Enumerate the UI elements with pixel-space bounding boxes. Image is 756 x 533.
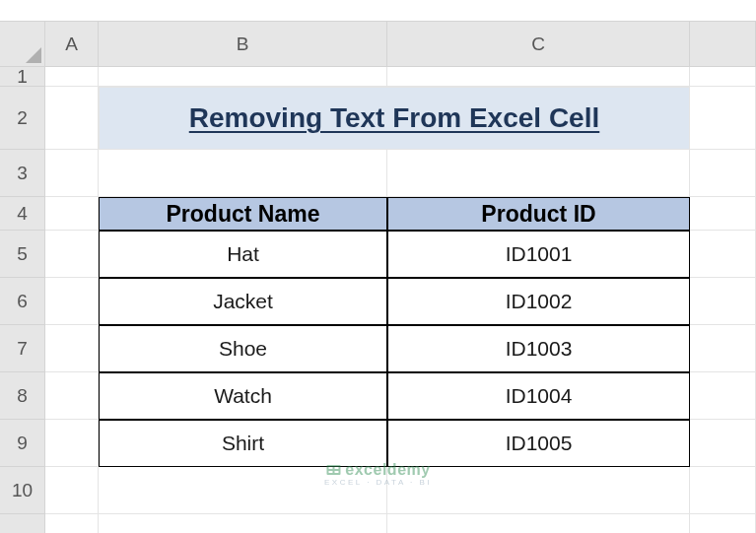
cell-C1[interactable] bbox=[387, 67, 690, 87]
table-row-name[interactable]: Hat bbox=[99, 231, 387, 278]
table-row-name[interactable]: Shirt bbox=[99, 420, 387, 467]
cell-B3[interactable] bbox=[99, 150, 387, 197]
column-header-B[interactable]: B bbox=[99, 22, 387, 67]
row-header-6[interactable]: 6 bbox=[0, 278, 45, 325]
cell-A6[interactable] bbox=[45, 278, 99, 325]
cell-B10[interactable] bbox=[99, 467, 387, 514]
cell-D10[interactable] bbox=[690, 467, 756, 514]
table-row-id[interactable]: ID1004 bbox=[387, 372, 690, 420]
svg-marker-0 bbox=[26, 47, 41, 63]
select-all-button[interactable] bbox=[0, 22, 45, 67]
table-row-name[interactable]: Watch bbox=[99, 372, 387, 420]
cell-D11[interactable] bbox=[690, 514, 756, 533]
table-row-name[interactable]: Shoe bbox=[99, 325, 387, 372]
cell-A1[interactable] bbox=[45, 67, 99, 87]
cell-D3[interactable] bbox=[690, 150, 756, 197]
cell-D1[interactable] bbox=[690, 67, 756, 87]
cell-C10[interactable] bbox=[387, 467, 690, 514]
formula-bar-sliver bbox=[0, 0, 756, 22]
table-row-name[interactable]: Jacket bbox=[99, 278, 387, 325]
column-header-A[interactable]: A bbox=[45, 22, 99, 67]
table-row-id[interactable]: ID1005 bbox=[387, 420, 690, 467]
cell-B1[interactable] bbox=[99, 67, 387, 87]
cell-D8[interactable] bbox=[690, 372, 756, 420]
cell-A3[interactable] bbox=[45, 150, 99, 197]
cell-A9[interactable] bbox=[45, 420, 99, 467]
row-header-7[interactable]: 7 bbox=[0, 325, 45, 372]
cell-D5[interactable] bbox=[690, 231, 756, 278]
cell-A10[interactable] bbox=[45, 467, 99, 514]
title-merged-cell[interactable]: Removing Text From Excel Cell bbox=[99, 87, 690, 150]
cell-D2[interactable] bbox=[690, 87, 756, 150]
cell-D4[interactable] bbox=[690, 197, 756, 231]
table-header-id[interactable]: Product ID bbox=[387, 197, 690, 231]
cell-B11[interactable] bbox=[99, 514, 387, 533]
spreadsheet-grid: A B C 1 2 3 4 5 6 7 8 9 10 Removing Text… bbox=[0, 0, 756, 533]
cell-D7[interactable] bbox=[690, 325, 756, 372]
cell-C3[interactable] bbox=[387, 150, 690, 197]
row-header-4[interactable]: 4 bbox=[0, 197, 45, 231]
cell-D9[interactable] bbox=[690, 420, 756, 467]
row-header-5[interactable]: 5 bbox=[0, 231, 45, 278]
title-text: Removing Text From Excel Cell bbox=[189, 102, 600, 134]
cell-D6[interactable] bbox=[690, 278, 756, 325]
cell-A2[interactable] bbox=[45, 87, 99, 150]
cell-A5[interactable] bbox=[45, 231, 99, 278]
table-header-name[interactable]: Product Name bbox=[99, 197, 387, 231]
cell-A11[interactable] bbox=[45, 514, 99, 533]
table-row-id[interactable]: ID1002 bbox=[387, 278, 690, 325]
row-header-3[interactable]: 3 bbox=[0, 150, 45, 197]
row-header-blank[interactable] bbox=[0, 514, 45, 533]
column-header-C[interactable]: C bbox=[387, 22, 690, 67]
table-row-id[interactable]: ID1003 bbox=[387, 325, 690, 372]
cell-A4[interactable] bbox=[45, 197, 99, 231]
cell-C11[interactable] bbox=[387, 514, 690, 533]
table-row-id[interactable]: ID1001 bbox=[387, 231, 690, 278]
column-header-blank[interactable] bbox=[690, 22, 756, 67]
cell-A8[interactable] bbox=[45, 372, 99, 420]
select-all-icon bbox=[26, 47, 41, 63]
cell-A7[interactable] bbox=[45, 325, 99, 372]
row-header-2[interactable]: 2 bbox=[0, 87, 45, 150]
row-header-10[interactable]: 10 bbox=[0, 467, 45, 514]
row-header-1[interactable]: 1 bbox=[0, 67, 45, 87]
row-header-9[interactable]: 9 bbox=[0, 420, 45, 467]
row-header-8[interactable]: 8 bbox=[0, 372, 45, 420]
